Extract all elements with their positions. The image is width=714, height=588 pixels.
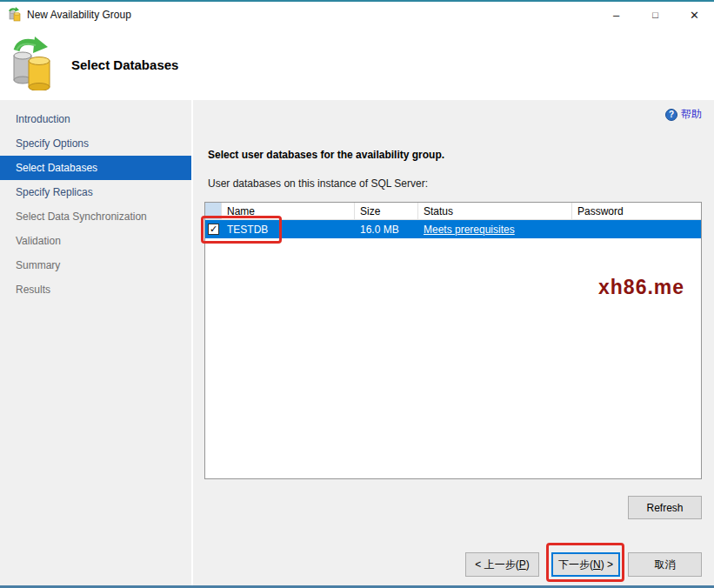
column-header-status[interactable]: Status	[418, 203, 572, 219]
cancel-button[interactable]: 取消	[628, 552, 702, 577]
minimize-button[interactable]: –	[597, 2, 636, 28]
watermark: xh86.me	[598, 276, 684, 299]
page-title: Select Databases	[71, 57, 178, 72]
previous-button[interactable]: < 上一步(P)	[465, 552, 539, 577]
refresh-button[interactable]: Refresh	[628, 496, 702, 519]
column-header-size[interactable]: Size	[355, 203, 418, 219]
help-label: 帮助	[681, 107, 702, 122]
next-button[interactable]: 下一步(N) >	[551, 552, 620, 577]
select-databases-icon	[11, 37, 57, 90]
row-password-cell	[572, 220, 701, 238]
maximize-icon: □	[652, 10, 658, 20]
wizard-header: Select Databases	[0, 28, 714, 100]
step-specify-replicas[interactable]: Specify Replicas	[0, 180, 191, 204]
help-icon: ?	[665, 109, 677, 121]
help-link[interactable]: ? 帮助	[665, 107, 702, 122]
step-select-data-sync[interactable]: Select Data Synchronization	[0, 204, 191, 229]
maximize-button[interactable]: □	[636, 2, 675, 28]
table-header: Name Size Status Password	[205, 203, 701, 220]
databases-table: Name Size Status Password ✓ TESTDB 16.0 …	[204, 202, 702, 479]
row-name-cell: TESTDB	[222, 220, 355, 238]
instruction-text: Select user databases for the availabili…	[208, 149, 444, 161]
database-list-label: User databases on this instance of SQL S…	[208, 177, 428, 190]
column-header-name[interactable]: Name	[222, 203, 355, 219]
row-checkbox[interactable]: ✓	[208, 224, 219, 235]
wizard-window: New Availability Group – □ ✕ Select Data…	[0, 0, 714, 588]
step-specify-options[interactable]: Specify Options	[0, 131, 191, 156]
row-size-cell: 16.0 MB	[355, 220, 418, 238]
step-summary[interactable]: Summary	[0, 253, 191, 277]
step-validation[interactable]: Validation	[0, 229, 191, 253]
window-title: New Availability Group	[27, 9, 131, 21]
step-introduction[interactable]: Introduction	[0, 107, 191, 131]
step-results[interactable]: Results	[0, 277, 191, 302]
wizard-steps-sidebar: Introduction Specify Options Select Data…	[0, 100, 191, 588]
availability-group-icon	[8, 7, 23, 22]
status-link[interactable]: Meets prerequisites	[424, 224, 515, 236]
titlebar: New Availability Group – □ ✕	[0, 2, 714, 28]
table-row-testdb[interactable]: ✓ TESTDB 16.0 MB Meets prerequisites	[205, 220, 701, 238]
minimize-icon: –	[613, 9, 619, 22]
close-button[interactable]: ✕	[675, 2, 714, 28]
step-select-databases[interactable]: Select Databases	[0, 156, 191, 180]
column-header-password[interactable]: Password	[572, 203, 701, 219]
content-pane: ? 帮助 Select user databases for the avail…	[193, 100, 714, 588]
select-all-header-cell[interactable]	[205, 203, 222, 219]
close-icon: ✕	[690, 9, 699, 22]
